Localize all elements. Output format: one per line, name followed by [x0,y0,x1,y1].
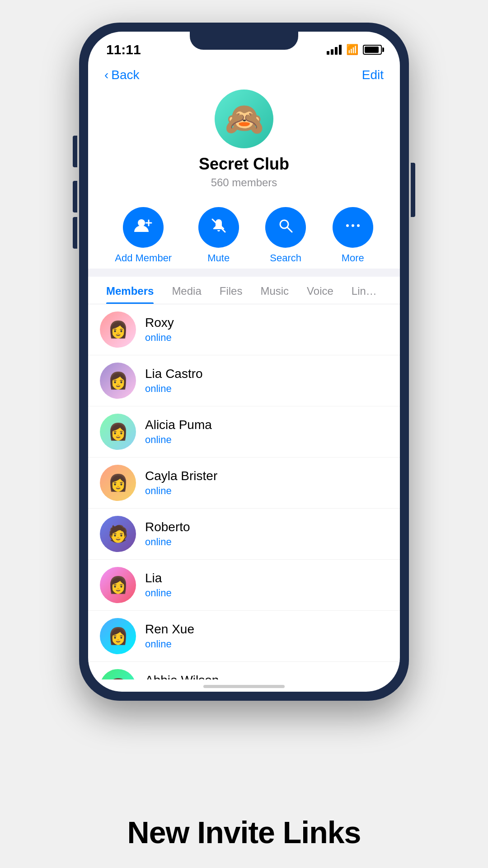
back-label: Back [111,68,139,82]
tab-links[interactable]: Lin… [343,277,386,304]
list-item[interactable]: 👩 Ren Xue online [88,611,400,662]
member-info: Roberto online [145,520,190,548]
nav-bar: ‹ Back Edit [88,63,400,90]
member-status: online [145,638,194,650]
more-icon [345,217,361,238]
add-member-button[interactable]: Add Member [115,207,172,264]
svg-point-6 [346,224,349,227]
svg-point-8 [357,224,360,227]
list-item[interactable]: 👩 Alicia Puma online [88,406,400,458]
mute-circle [198,207,239,248]
group-members-count: 560 members [211,176,277,189]
member-status: online [145,332,174,344]
list-item[interactable]: 👩 Lia Castro online [88,355,400,406]
group-name: Secret Club [199,155,289,174]
add-member-icon [134,217,152,238]
svg-line-5 [287,227,292,232]
chevron-left-icon: ‹ [104,68,108,82]
more-label: More [342,252,364,264]
member-name: Alicia Puma [145,418,212,432]
status-time: 11:11 [106,42,141,57]
member-status: online [145,587,172,599]
list-item[interactable]: 👩 Cayla Brister online [88,458,400,509]
tab-media[interactable]: Media [163,277,210,304]
search-button[interactable]: Search [265,207,306,264]
tab-voice[interactable]: Voice [298,277,343,304]
group-header: 🙈 Secret Club 560 members [88,90,400,198]
home-indicator [88,679,400,692]
wifi-icon: 📶 [346,44,358,56]
member-info: Roxy online [145,316,174,344]
avatar: 👩 [100,414,136,450]
list-item[interactable]: 👩 Roxy online [88,304,400,355]
member-status: online [145,383,203,395]
svg-point-7 [352,224,354,227]
member-name: Lia [145,571,172,585]
tab-files[interactable]: Files [211,277,252,304]
member-name: Cayla Brister [145,469,217,483]
member-status: online [145,536,190,548]
search-circle [265,207,306,248]
member-info: Alicia Puma online [145,418,212,446]
list-item[interactable]: 🧑 Roberto online [88,509,400,560]
svg-point-0 [138,219,145,226]
home-bar [203,685,285,688]
avatar: 👩 [100,311,136,348]
avatar: 👩 [100,465,136,501]
status-icons: 📶 [327,44,382,56]
more-circle [333,207,373,248]
member-info: Abbie Wilson online [145,673,219,679]
avatar: 👩 [100,567,136,603]
member-name: Lia Castro [145,367,203,381]
mute-button[interactable]: Mute [198,207,239,264]
group-avatar-emoji: 🙈 [225,100,264,137]
mute-icon [211,217,227,238]
member-status: online [145,485,217,497]
member-info: Lia online [145,571,172,599]
battery-icon [363,45,382,55]
members-list: 👩 Roxy online 👩 Lia Castro online 👩 [88,304,400,679]
member-status: online [145,434,212,446]
search-label: Search [270,252,301,264]
avatar: 👩 [100,618,136,654]
signal-icon [327,45,342,55]
add-member-circle [123,207,164,248]
member-info: Cayla Brister online [145,469,217,497]
edit-button[interactable]: Edit [362,68,384,82]
member-name: Abbie Wilson [145,673,219,679]
mute-label: Mute [207,252,230,264]
bottom-title: New Invite Links [0,815,488,850]
group-avatar: 🙈 [215,90,273,148]
tabs-bar: Members Media Files Music Voice Lin… [88,277,400,304]
action-buttons: Add Member Mute [88,198,400,269]
phone-screen: 11:11 📶 ‹ B [88,32,400,692]
avatar: 🧑 [100,516,136,552]
member-info: Ren Xue online [145,622,194,650]
member-name: Roberto [145,520,190,534]
back-button[interactable]: ‹ Back [104,68,140,82]
section-divider [88,269,400,277]
list-item[interactable]: 👩 Lia online [88,560,400,611]
avatar: 👩 [100,669,136,679]
member-info: Lia Castro online [145,367,203,395]
member-name: Roxy [145,316,174,330]
tab-members[interactable]: Members [97,277,163,304]
member-name: Ren Xue [145,622,194,637]
more-button[interactable]: More [333,207,373,264]
tab-music[interactable]: Music [251,277,298,304]
add-member-label: Add Member [115,252,172,264]
phone-notch [190,32,298,50]
page-background: 11:11 📶 ‹ B [0,0,488,868]
search-icon [277,217,294,238]
avatar: 👩 [100,363,136,399]
list-item[interactable]: 👩 Abbie Wilson online [88,662,400,679]
phone-frame: 11:11 📶 ‹ B [79,23,409,701]
